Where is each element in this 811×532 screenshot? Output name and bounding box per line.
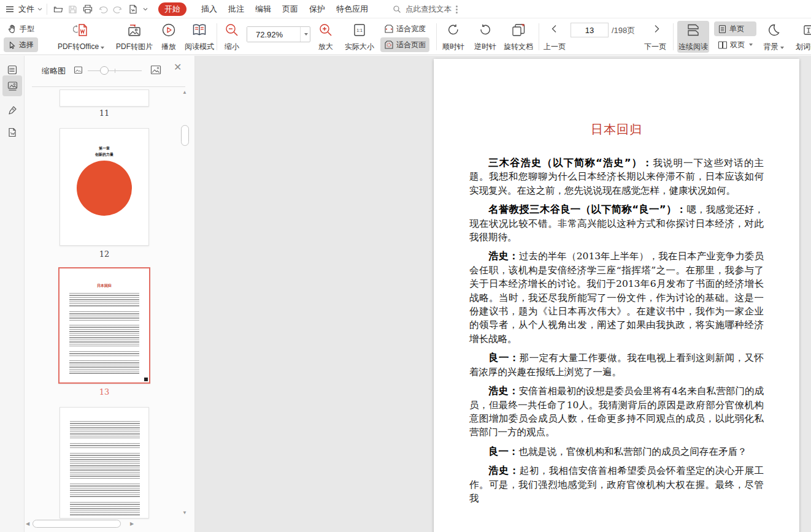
redo-icon[interactable] — [113, 0, 123, 18]
zoom-in-button[interactable]: 放大 — [313, 21, 339, 53]
zoom-level-input[interactable] — [247, 27, 300, 42]
select-tool-label: 选择 — [19, 40, 34, 50]
more-dots-icon[interactable] — [456, 4, 458, 15]
fit-page-button[interactable]: 适合页面 — [380, 37, 429, 52]
next-page-icon[interactable] — [651, 24, 661, 34]
tab-special-features[interactable]: 特色应用 — [330, 2, 374, 16]
play-button[interactable]: 播放 — [156, 21, 182, 53]
previous-page-icon[interactable] — [550, 24, 559, 34]
tab-annotate[interactable]: 批注 — [222, 2, 250, 16]
large-thumbnail-icon[interactable] — [150, 64, 161, 75]
slider-handle[interactable] — [100, 66, 109, 75]
menu-icon[interactable] — [5, 0, 15, 18]
thumbnail-page-13-selected[interactable]: 日本回归 — [58, 267, 150, 384]
read-mode-button[interactable]: 阅读模式 — [180, 21, 218, 53]
select-tool-button[interactable]: 选择 — [4, 37, 38, 52]
print-icon[interactable] — [82, 0, 93, 18]
speaker-name: 良一： — [488, 352, 520, 363]
next-page-label[interactable]: 下一页 — [644, 42, 666, 52]
toolbar-chevron-down-icon[interactable] — [142, 0, 148, 18]
thumbnail-page-12[interactable]: 第一章 创新的力量 — [60, 128, 149, 246]
thumbnail-panel-button[interactable] — [2, 75, 22, 96]
export-doc-icon[interactable] — [128, 0, 139, 18]
zoom-out-button[interactable]: 缩小 — [219, 21, 245, 53]
scroll-right-icon[interactable]: ▶ — [130, 521, 134, 526]
single-page-button[interactable]: 单页 — [714, 21, 756, 36]
close-panel-icon[interactable]: ✕ — [174, 61, 182, 73]
tab-protect[interactable]: 保护 — [303, 2, 331, 16]
thumbnail-horizontal-scrollbar[interactable]: ◀ ▶ — [25, 519, 172, 529]
small-thumbnail-icon[interactable] — [74, 66, 83, 75]
speaker-name: 浩史： — [488, 250, 519, 262]
tab-insert[interactable]: 插入 — [195, 2, 223, 16]
thumb14-text-block — [70, 452, 140, 479]
rotate-document-button[interactable]: 旋转文档 — [499, 21, 537, 53]
horizontal-scrollbar-thumb[interactable] — [33, 520, 121, 528]
pdf-to-office-button[interactable]: PDF转Office — [52, 21, 110, 53]
rotate-clockwise-button[interactable]: 顺时针 — [438, 21, 469, 53]
pdf-page[interactable]: 日本回归 三木谷浩史（以下简称“浩史”）：我说明一下这些对话的主题。我想和您聊聊… — [434, 59, 799, 532]
tab-page[interactable]: 页面 — [276, 2, 304, 16]
doc-paragraph-7: 浩史：起初，我相信安倍首相希望委员会怀着坚定的决心开展工作。可是，我们强烈地感觉… — [469, 464, 764, 505]
sign-panel-button[interactable] — [2, 101, 22, 120]
fit-width-icon — [384, 24, 394, 34]
document-view-area[interactable]: 日本回归 三木谷浩史（以下简称“浩史”）：我说明一下这些对话的主题。我想和您聊聊… — [195, 56, 811, 532]
thumb14-text-block — [70, 442, 140, 448]
thumb13-corner-mark — [144, 378, 148, 381]
file-menu-label: 文件 — [18, 4, 34, 15]
actual-size-button[interactable]: 1:1 实际大小 — [341, 21, 378, 53]
menubar-separator — [47, 4, 47, 15]
scroll-down-icon[interactable]: ▼ — [182, 510, 187, 515]
speaker-name: 浩史： — [488, 385, 519, 397]
thumbnail-vertical-scrollbar[interactable]: ▲ ▼ — [181, 89, 190, 519]
file-chevron-down-icon[interactable] — [37, 0, 43, 18]
vertical-scrollbar-thumb[interactable] — [181, 125, 189, 146]
find-text-button[interactable]: 点此查找文本 — [393, 0, 458, 18]
speech-text: 过去的半年（2013年上半年），我在日本产业竞争力委员会任职，该机构是安倍经济学… — [469, 251, 764, 344]
thumb14-text-block — [70, 501, 140, 515]
word-translate-button[interactable]: 划词翻译 — [789, 21, 811, 53]
file-menu[interactable]: 文件 — [18, 0, 34, 18]
background-button[interactable]: 背景 — [759, 21, 788, 53]
fit-width-button[interactable]: 适合宽度 — [380, 21, 429, 36]
open-folder-icon[interactable] — [53, 0, 64, 18]
thumb13-text-block — [69, 292, 139, 306]
page-navigation: /198页 上一页 下一页 — [542, 21, 667, 53]
doc-paragraph-5: 浩史：安倍首相最初的设想是委员会里将有4名来自私营部门的成员，但最终一共任命了1… — [469, 384, 764, 439]
doc-paragraph-6: 良一：也就是说，官僚机构和私营部门的成员之间存在矛盾？ — [469, 445, 764, 458]
hand-tool-button[interactable]: 手型 — [4, 21, 38, 36]
thumbnail-size-slider[interactable] — [88, 70, 142, 71]
tab-home-label: 开始 — [164, 4, 180, 15]
thumbnail-label-11: 11 — [60, 108, 149, 118]
zoom-dropdown-icon[interactable] — [300, 27, 310, 42]
page-number-input[interactable] — [571, 23, 609, 37]
zoom-level-combobox[interactable] — [247, 26, 310, 42]
save-icon[interactable] — [67, 0, 78, 18]
play-icon — [161, 23, 176, 37]
tab-special-features-label: 特色应用 — [336, 4, 368, 15]
moon-icon — [766, 23, 781, 37]
previous-page-label[interactable]: 上一页 — [544, 42, 566, 52]
thumbnail-page-11[interactable] — [60, 89, 149, 107]
scroll-left-icon[interactable]: ◀ — [26, 521, 29, 526]
fit-page-label: 适合页面 — [396, 40, 426, 50]
tab-home[interactable]: 开始 — [158, 2, 186, 16]
undo-icon[interactable] — [98, 0, 108, 18]
pdf-tools-panel-button[interactable] — [2, 123, 22, 142]
double-page-icon — [718, 40, 728, 50]
thumb12-chapter-label: 第一章 — [60, 146, 148, 151]
rotate-document-label: 旋转文档 — [504, 42, 533, 51]
thumbnail-page-14[interactable] — [60, 407, 149, 519]
scroll-up-icon[interactable]: ▲ — [182, 89, 187, 95]
pdf-to-image-button[interactable]: PDF转图片 — [112, 21, 157, 53]
rotate-counterclockwise-button[interactable]: 逆时针 — [470, 21, 501, 53]
left-icon-sidebar — [0, 56, 25, 532]
tab-page-label: 页面 — [282, 4, 298, 15]
thumb12-chapter-title: 创新的力量 — [60, 152, 148, 158]
continuous-reading-button[interactable]: 连续阅读 — [677, 21, 709, 53]
sign-pen-icon — [7, 105, 18, 116]
doc-paragraph-4: 良一：那一定有大量工作要做。我在电视上看到这则新闻，又怀着浓厚的兴趣在报纸上浏览… — [469, 351, 764, 379]
double-page-button[interactable]: 双页 — [714, 37, 756, 52]
hand-icon — [7, 24, 17, 34]
tab-edit[interactable]: 编辑 — [249, 2, 277, 16]
